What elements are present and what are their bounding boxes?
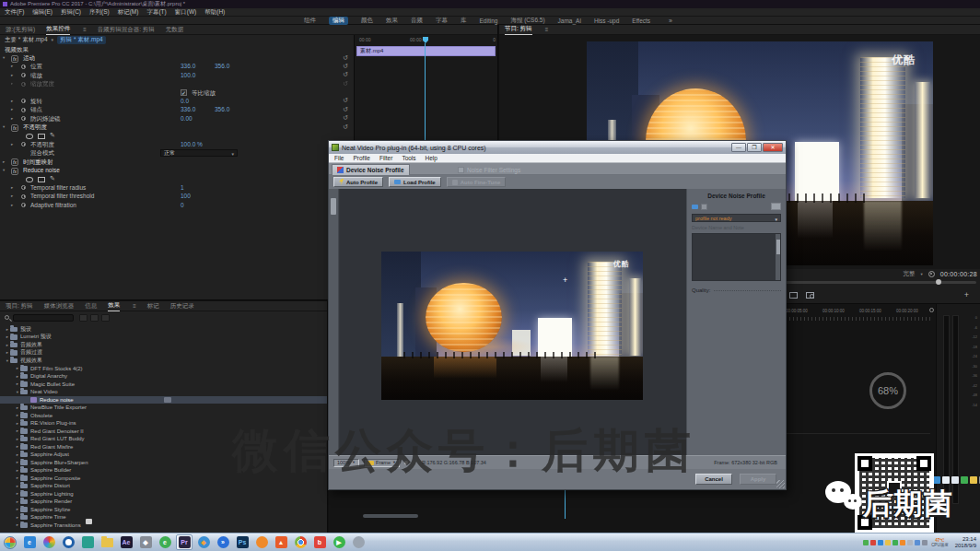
stopwatch-icon[interactable] xyxy=(21,185,26,190)
stopwatch-icon[interactable] xyxy=(21,142,26,147)
effect-row-Temporal filter radius[interactable]: ▸Temporal filter radius1↺ xyxy=(0,184,354,193)
twirl-icon[interactable]: ▾ xyxy=(3,55,5,60)
workspace-overflow[interactable]: » xyxy=(669,18,672,24)
twirl-icon[interactable]: ▸ xyxy=(11,185,13,190)
load-profile-button[interactable]: Load Profile xyxy=(389,177,441,187)
tree-item-Digital Anarchy[interactable]: ▸Digital Anarchy xyxy=(0,372,327,381)
nv-menu-Tools[interactable]: Tools xyxy=(402,155,415,161)
tab-noise-filter-settings[interactable]: Noise Filter Settings xyxy=(453,165,525,175)
tree-item-Sapphire Lighting[interactable]: ▸Sapphire Lighting xyxy=(0,490,327,498)
ie-icon[interactable]: e xyxy=(21,534,38,550)
toolbox-icon[interactable] xyxy=(970,476,977,484)
twirl-icon[interactable]: ▸ xyxy=(11,116,13,121)
after-effects-icon[interactable]: Ae xyxy=(118,534,134,550)
tray-icon-7[interactable] xyxy=(915,540,920,545)
workspace-tab-音频[interactable]: 音频 xyxy=(411,17,423,25)
property-value[interactable]: 1 xyxy=(181,184,184,191)
tree-item-Magic Bullet Suite[interactable]: ▸Magic Bullet Suite xyxy=(0,381,327,389)
device-notes-textarea[interactable] xyxy=(692,233,781,281)
reset-icon[interactable]: ↺ xyxy=(343,63,348,70)
button-editor-icon[interactable]: + xyxy=(964,290,969,299)
mic-icon[interactable] xyxy=(942,476,950,484)
twirl-icon[interactable]: ▾ xyxy=(3,168,5,172)
menu-标记(M)[interactable]: 标记(M) xyxy=(118,8,139,17)
stopwatch-icon[interactable] xyxy=(21,64,26,69)
effect-row-锚点[interactable]: ▸锚点336.0356.0↺ xyxy=(0,106,354,114)
compass-browser-icon[interactable]: ◈ xyxy=(195,534,212,550)
settings-gear-icon[interactable] xyxy=(928,271,935,277)
tree-item-NewBlue Title Exporter[interactable]: ▸NewBlue Title Exporter xyxy=(0,404,327,412)
preview-left-scrollbar[interactable] xyxy=(329,189,339,455)
nv-menu-Profile[interactable]: Profile xyxy=(353,155,369,161)
auto-profile-button[interactable]: Auto Profile xyxy=(333,177,383,187)
nv-menu-File[interactable]: File xyxy=(334,155,344,161)
timeline-scrollbar[interactable] xyxy=(363,514,418,518)
tray-icon-6[interactable] xyxy=(907,540,913,545)
input-method-bar[interactable] xyxy=(933,476,980,484)
browser-ring-icon[interactable] xyxy=(60,534,76,550)
reset-icon[interactable]: ↺ xyxy=(343,114,348,122)
tab-信息[interactable]: 信息 xyxy=(85,302,97,311)
keyboard-icon[interactable] xyxy=(951,476,959,484)
open-profile-icon[interactable] xyxy=(692,205,698,209)
property-value[interactable]: 100.0 % xyxy=(181,141,203,147)
tree-item-Reduce noise[interactable]: Reduce noise xyxy=(0,396,327,404)
photoshop-icon[interactable]: Ps xyxy=(234,534,251,550)
start-button[interactable] xyxy=(2,534,18,550)
property-value[interactable]: 356.0 xyxy=(215,63,229,69)
master-clip-label[interactable]: 主要 * 素材.mp4 xyxy=(5,36,48,44)
tree-item-Sapphire Transitions[interactable]: ▸Sapphire Transitions xyxy=(0,522,327,530)
tab-效果[interactable]: 效果 xyxy=(108,301,120,311)
tree-item-音频过渡[interactable]: ▸音频过渡 xyxy=(0,349,327,358)
property-value[interactable]: 100 xyxy=(181,193,191,199)
stopwatch-icon[interactable] xyxy=(21,116,26,121)
filter-accelerated-icon[interactable] xyxy=(79,314,88,322)
twirl-icon[interactable]: ▸ xyxy=(11,107,13,111)
twirl-icon[interactable]: ▸ xyxy=(11,64,13,68)
playback-resolution-select[interactable]: 完整 xyxy=(903,270,915,278)
tree-item-Sapphire Stylize[interactable]: ▸Sapphire Stylize xyxy=(0,506,327,514)
effect-row-不透明度[interactable]: ▸不透明度100.0 %↺ xyxy=(0,141,354,149)
save-profile-icon[interactable] xyxy=(701,204,707,210)
tree-item-Sapphire Time[interactable]: ▸Sapphire Time xyxy=(0,513,327,522)
tree-item-DFT Film Stocks 4(2)[interactable]: ▸DFT Film Stocks 4(2) xyxy=(0,365,327,373)
property-value[interactable]: 336.0 xyxy=(181,63,195,69)
sogou-icon[interactable] xyxy=(933,476,940,484)
workspace-tab-字幕[interactable]: 字幕 xyxy=(436,17,448,25)
tray-icon-0[interactable] xyxy=(863,540,869,545)
property-value[interactable]: 336.0 xyxy=(181,106,195,112)
pen-mask-icon[interactable]: ✎ xyxy=(50,175,55,182)
stopwatch-icon[interactable] xyxy=(21,73,26,77)
tree-item-Sapphire Distort[interactable]: ▸Sapphire Distort xyxy=(0,482,327,490)
sogou-icon[interactable] xyxy=(41,534,57,550)
workspace-tab-Effects[interactable]: Effects xyxy=(632,18,650,24)
workspace-tab-组件[interactable]: 组件 xyxy=(304,17,316,25)
effect-row-Temporal filter threshold[interactable]: ▸Temporal filter threshold100↺ xyxy=(0,193,354,201)
tray-clock[interactable]: 23:142018/9/9 xyxy=(955,536,976,549)
tree-item-Obsolete[interactable]: ▸Obsolete xyxy=(0,412,327,420)
scroll-thumb[interactable] xyxy=(331,198,336,215)
nv-menu-Help[interactable]: Help xyxy=(426,155,438,161)
stopwatch-icon[interactable] xyxy=(21,194,26,199)
green-app-icon[interactable]: e xyxy=(157,534,173,550)
twirl-icon[interactable]: ▸ xyxy=(11,193,13,198)
twirl-icon[interactable]: ▸ xyxy=(11,142,13,147)
tree-item-音频效果[interactable]: ▸音频效果 xyxy=(0,341,327,349)
reset-icon[interactable]: ↺ xyxy=(343,54,348,62)
menu-剪辑(C)[interactable]: 剪辑(C) xyxy=(61,8,81,17)
sequence-clip-label[interactable]: 剪辑 * 素材.mp4 xyxy=(57,36,106,44)
tab-效果控件[interactable]: 效果控件 xyxy=(46,25,70,35)
effect-row-tools[interactable]: ✎ xyxy=(0,175,354,183)
handwriting-icon[interactable] xyxy=(961,476,968,484)
effect-row-旋转[interactable]: ▸旋转0.0↺ xyxy=(0,98,354,106)
thunder-icon[interactable]: » xyxy=(215,534,231,550)
property-value[interactable]: 100.0 xyxy=(181,72,195,78)
maximize-button[interactable]: ❐ xyxy=(747,143,762,152)
property-value[interactable]: 0.0 xyxy=(181,98,189,104)
comparison-view-icon[interactable] xyxy=(789,292,798,299)
profile-status-dropdown[interactable]: profile not ready▼ xyxy=(692,214,781,222)
pen-mask-icon[interactable]: ✎ xyxy=(50,132,55,139)
grey-round-icon[interactable] xyxy=(350,534,367,550)
clip-bar[interactable]: 素材.mp4 xyxy=(356,46,496,56)
chevron-down-icon[interactable]: ▾ xyxy=(920,272,922,276)
